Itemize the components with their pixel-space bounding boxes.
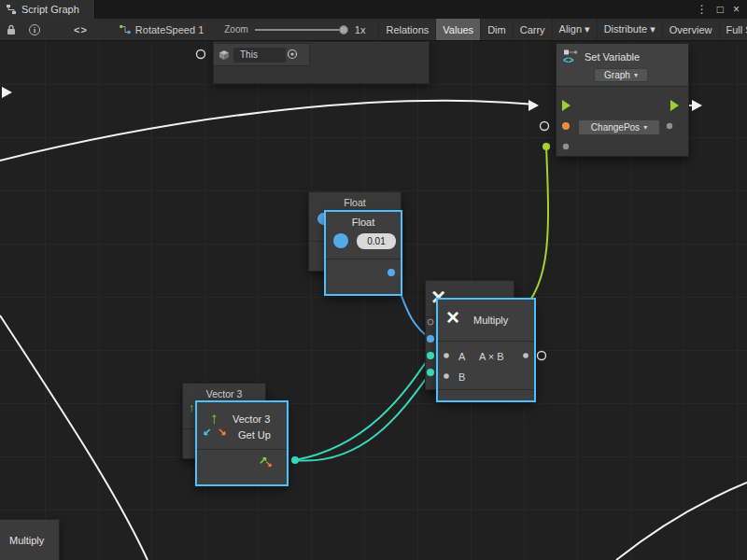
multiply-title: Multiply [473,315,508,326]
variable-name-value: ChangePos [591,122,640,133]
float-back-title: Float [309,192,401,208]
relations-button[interactable]: Relations [378,19,435,41]
lock-button[interactable] [0,19,22,41]
vector3-output-icon: ↗ ↘ [259,456,274,469]
close-icon[interactable]: × [733,4,740,15]
multiply-node[interactable]: × Multiply A A × B B [437,299,535,401]
zoom-slider[interactable] [255,29,348,31]
set-variable-node[interactable]: <> Set Variable Graph ▾ ChangePos ▾ [556,43,689,157]
set-variable-header: <> Set Variable Graph ▾ [557,44,688,87]
carry-button[interactable]: Carry [513,19,552,41]
down-left-arrow-icon: ↙ [203,426,211,438]
divider [438,389,534,390]
variable-scope-dropdown[interactable]: Graph ▾ [594,68,648,82]
multiply-node-corner[interactable]: Multiply [0,519,60,560]
vector3-back-title: Vector 3 [183,384,265,399]
fullscreen-button[interactable]: Full Screen [719,19,747,41]
port-b-label: B [458,371,465,383]
align-button[interactable]: Align ▾ [552,19,597,41]
float-node[interactable]: Float 0.01 [325,211,402,295]
this-label: This [233,48,286,63]
tab-script-graph[interactable]: Script Graph [0,0,95,19]
values-button[interactable]: Values [435,19,480,41]
multiply-icon: × [446,304,459,330]
chevron-down-icon: ▾ [634,71,638,79]
divider [438,341,534,342]
graph-toolbar: i <> RotateSpeed 1 Zoom 1x Relations Val… [0,19,747,41]
set-variable-title: Set Variable [585,51,640,63]
zoom-slider-fill [255,29,343,31]
vector3-title: Vector 3 [233,413,270,425]
divider [326,259,401,259]
port-a-label: A [458,351,465,362]
script-graph-icon [6,4,17,15]
vector3-get-up-node[interactable]: ↑ ↙ ↘ Vector 3 Get Up ↗ ↘ [196,401,288,485]
divider [197,449,287,450]
vector3-subtitle: Get Up [238,429,271,441]
distribute-button[interactable]: Distribute ▾ [597,19,662,41]
tab-title: Script Graph [21,4,79,15]
lock-icon [7,24,16,35]
toolbar-buttons: Relations Values Dim Carry Align ▾ Distr… [378,19,747,41]
svg-text:<>: <> [563,55,574,65]
down-right-arrow-icon: ↘ [218,426,226,438]
chevron-down-icon: ▾ [643,123,647,132]
maximize-icon[interactable]: □ [717,4,724,15]
zoom-value: 1x [355,24,366,35]
port-result-label: A × B [479,351,504,362]
variable-icon: <> [563,49,580,65]
multiply-corner-title: Multiply [9,535,44,546]
cube-icon [218,49,230,61]
graph-name: RotateSpeed 1 [135,24,204,35]
graph-breadcrumb[interactable]: RotateSpeed 1 [119,23,204,35]
edit-code-button[interactable]: <> [67,19,94,41]
down-right-arrow-icon: ↘ [265,459,273,469]
code-icon: <> [74,24,88,35]
graph-unit-icon [119,23,131,35]
dim-button[interactable]: Dim [480,19,513,41]
float-value-field[interactable]: 0.01 [357,233,396,249]
float-title: Float [326,212,401,228]
zoom-slider-knob[interactable] [339,25,348,35]
vector3-icon: ↑ ↙ ↘ [203,412,231,443]
info-button[interactable]: i [22,19,47,41]
zoom-label: Zoom [224,24,248,35]
info-icon: i [29,24,40,35]
overview-button[interactable]: Overview [662,19,719,41]
script-graph-window: Script Graph ⋮ □ × i <> Rotate [0,0,747,560]
window-menu-icon[interactable]: ⋮ [697,4,708,15]
title-bar: Script Graph ⋮ □ × [0,0,747,19]
vector3-icon: ↑ [189,400,195,414]
variable-scope-value: Graph [604,70,630,80]
float-icon [333,233,348,248]
this-node[interactable]: This [213,43,310,66]
variable-name-dropdown[interactable]: ChangePos ▾ [578,119,660,135]
